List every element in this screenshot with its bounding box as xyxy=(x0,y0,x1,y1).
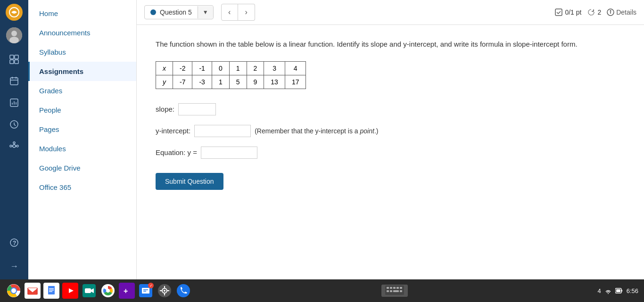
question-dropdown-button[interactable]: ▼ xyxy=(198,6,213,18)
dashboard-icon[interactable] xyxy=(5,50,24,69)
network-icon[interactable] xyxy=(5,137,24,155)
svg-point-19 xyxy=(17,145,18,147)
chrome-app[interactable] xyxy=(6,283,22,299)
x-value: 3 xyxy=(264,61,285,75)
svg-point-29 xyxy=(610,10,611,11)
submit-question-button[interactable]: Submit Question xyxy=(156,173,223,190)
collapse-sidebar-button[interactable]: → xyxy=(7,259,22,274)
svg-rect-50 xyxy=(142,288,149,294)
svg-rect-57 xyxy=(164,294,165,295)
wifi-icon xyxy=(605,287,611,294)
docs-app[interactable] xyxy=(43,283,59,299)
svg-rect-59 xyxy=(167,290,169,291)
svg-rect-63 xyxy=(390,287,392,289)
prev-question-button[interactable]: ‹ xyxy=(221,4,238,21)
svg-rect-65 xyxy=(396,287,399,289)
svg-rect-64 xyxy=(393,287,396,289)
svg-point-55 xyxy=(164,290,165,292)
svg-rect-62 xyxy=(387,287,389,289)
phone-app[interactable] xyxy=(175,283,191,299)
top-bar: Question 5 ▼ ‹ › 0/1 pt xyxy=(137,0,644,25)
gmail-app[interactable] xyxy=(25,283,41,299)
nav-item-modules[interactable]: Modules xyxy=(28,139,136,158)
nav-item-assignments[interactable]: Assignments xyxy=(28,62,136,81)
y-value: -7 xyxy=(173,75,192,89)
svg-point-2 xyxy=(11,31,17,36)
nav-sidebar: HomeAnnouncementsSyllabusAssignmentsGrad… xyxy=(28,0,137,279)
attempts-value: 2 xyxy=(597,8,601,16)
settings-app[interactable] xyxy=(157,283,173,299)
content-area: Question 5 ▼ ‹ › 0/1 pt xyxy=(137,0,644,279)
svg-rect-26 xyxy=(555,9,562,16)
y-value: 13 xyxy=(264,75,285,89)
yintercept-note: (Remember that the y-intercept is a poin… xyxy=(255,127,378,135)
taskbar: + ✓ xyxy=(0,279,644,302)
svg-rect-7 xyxy=(15,60,18,64)
equation-input[interactable] xyxy=(201,147,257,159)
battery-number: 4 xyxy=(597,287,601,294)
svg-rect-70 xyxy=(400,290,402,292)
x-value: 0 xyxy=(212,61,229,75)
question-navigation: ‹ › xyxy=(221,4,255,21)
tasks-badge: ✓ xyxy=(148,283,154,288)
svg-point-60 xyxy=(177,284,190,297)
y-value: 17 xyxy=(285,75,306,89)
svg-rect-66 xyxy=(400,287,402,289)
extension-app[interactable]: + xyxy=(119,283,135,299)
svg-point-20 xyxy=(13,142,15,144)
score-icon xyxy=(554,8,563,16)
data-table: x-2-101234y-7-31591317 xyxy=(156,61,306,89)
svg-rect-4 xyxy=(10,55,14,59)
history-icon[interactable] xyxy=(5,115,24,134)
keyboard-layout xyxy=(381,285,408,297)
x-label: x xyxy=(156,61,173,75)
svg-text:+: + xyxy=(124,287,128,295)
reports-icon[interactable] xyxy=(5,93,24,112)
user-avatar[interactable] xyxy=(6,27,22,43)
yintercept-label: y-intercept: xyxy=(156,127,190,135)
svg-rect-67 xyxy=(387,290,389,292)
nav-item-home[interactable]: Home xyxy=(28,4,136,23)
calendar-icon[interactable] xyxy=(5,72,24,90)
tasks-app[interactable]: ✓ xyxy=(138,283,154,299)
svg-point-18 xyxy=(10,145,12,147)
svg-rect-58 xyxy=(160,290,162,291)
battery-icon xyxy=(615,287,623,294)
svg-rect-56 xyxy=(164,286,165,288)
taskbar-right: 4 6:56 xyxy=(597,287,638,294)
question-name: Question 5 xyxy=(160,8,192,16)
logo-icon[interactable] xyxy=(6,4,23,21)
x-value: 2 xyxy=(247,61,264,75)
slope-label: slope: xyxy=(156,105,174,113)
slope-input[interactable] xyxy=(178,103,216,115)
help-icon[interactable]: ? xyxy=(5,233,24,252)
meet-app[interactable] xyxy=(81,283,97,299)
details-label: Details xyxy=(616,8,636,16)
svg-rect-5 xyxy=(15,55,18,59)
svg-point-46 xyxy=(106,289,110,293)
main-content: The function shown in the table below is… xyxy=(137,25,644,279)
nav-item-office-365[interactable]: Office 365 xyxy=(28,178,136,197)
icon-sidebar: ? → xyxy=(0,0,28,279)
svg-rect-69 xyxy=(393,290,399,292)
nav-item-pages[interactable]: Pages xyxy=(28,120,136,139)
nav-item-announcements[interactable]: Announcements xyxy=(28,23,136,42)
nav-item-grades[interactable]: Grades xyxy=(28,81,136,100)
score-badge: 0/1 pt xyxy=(554,8,581,16)
equation-row: Equation: y = xyxy=(156,147,625,159)
svg-point-71 xyxy=(608,293,609,294)
youtube-app[interactable] xyxy=(62,283,78,299)
nav-item-people[interactable]: People xyxy=(28,100,136,120)
svg-rect-38 xyxy=(49,290,54,291)
details-button[interactable]: Details xyxy=(607,8,636,16)
next-question-button[interactable]: › xyxy=(238,4,255,21)
y-value: 1 xyxy=(212,75,229,89)
nav-item-google-drive[interactable]: Google Drive xyxy=(28,158,136,178)
y-label: y xyxy=(156,75,173,89)
svg-rect-74 xyxy=(616,289,620,292)
yintercept-input[interactable] xyxy=(194,125,251,137)
nav-item-syllabus[interactable]: Syllabus xyxy=(28,42,136,62)
slope-row: slope: xyxy=(156,103,625,115)
photos-app[interactable] xyxy=(100,283,116,299)
score-value: 0/1 pt xyxy=(565,8,581,16)
